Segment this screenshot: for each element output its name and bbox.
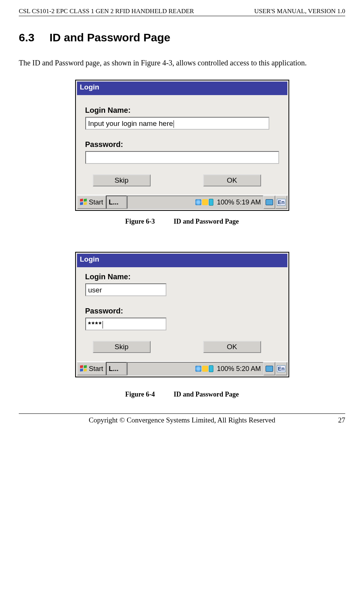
caption-number: Figure 6-4 bbox=[125, 391, 155, 398]
password-input[interactable]: **** bbox=[85, 318, 167, 330]
password-input[interactable] bbox=[85, 151, 279, 164]
password-label: Password: bbox=[85, 307, 279, 315]
lang-indicator: En bbox=[277, 199, 286, 206]
figure-6-4-login-window: Login Login Name: user Password: **** Sk… bbox=[75, 252, 289, 377]
login-name-input[interactable]: Input your login name here bbox=[85, 117, 269, 130]
taskbar: Start L... 100% 5:20 AM En bbox=[77, 361, 287, 375]
tray-status-text: 100% 5:20 AM bbox=[217, 365, 261, 373]
desktop-icon bbox=[266, 366, 273, 372]
window-titlebar: Login bbox=[77, 254, 287, 267]
taskbar-app-button[interactable]: L... bbox=[106, 362, 127, 375]
start-label: Start bbox=[89, 365, 103, 373]
caption-number: Figure 6-3 bbox=[125, 218, 155, 226]
password-label: Password: bbox=[85, 140, 279, 149]
login-name-label: Login Name: bbox=[85, 272, 279, 281]
page-header: CSL CS101-2 EPC CLASS 1 GEN 2 RFID HANDH… bbox=[19, 8, 345, 16]
show-desktop-button[interactable] bbox=[263, 195, 275, 209]
figure-6-4-caption: Figure 6-4ID and Password Page bbox=[19, 391, 345, 398]
start-label: Start bbox=[89, 198, 103, 206]
taskbar-app-button[interactable]: L... bbox=[106, 195, 127, 209]
network-icon[interactable] bbox=[195, 366, 201, 372]
section-title-text: ID and Password Page bbox=[50, 31, 171, 44]
figure-6-3-login-window: Login Login Name: Input your login name … bbox=[75, 80, 289, 211]
caption-text: ID and Password Page bbox=[174, 391, 239, 398]
system-tray: 100% 5:20 AM bbox=[127, 362, 263, 375]
tray-status-text: 100% 5:19 AM bbox=[217, 198, 261, 206]
text-caret-icon bbox=[103, 321, 103, 329]
network-icon[interactable] bbox=[195, 199, 201, 205]
text-caret-icon bbox=[174, 120, 174, 128]
copyright-text: Copyright © Convergence Systems Limited,… bbox=[89, 416, 275, 424]
battery-icon[interactable] bbox=[209, 199, 213, 206]
caption-text: ID and Password Page bbox=[174, 218, 239, 225]
input-lang-button[interactable]: En bbox=[275, 362, 287, 375]
section-number: 6.3 bbox=[19, 31, 35, 44]
skip-button[interactable]: Skip bbox=[93, 174, 151, 186]
input-lang-button[interactable]: En bbox=[275, 195, 287, 209]
figure-6-3-caption: Figure 6-3ID and Password Page bbox=[19, 218, 345, 226]
login-name-label: Login Name: bbox=[85, 106, 279, 115]
page-number: 27 bbox=[338, 416, 345, 424]
page-footer: Copyright © Convergence Systems Limited,… bbox=[19, 413, 345, 424]
battery-icon[interactable] bbox=[209, 365, 213, 372]
windows-logo-icon bbox=[80, 199, 88, 206]
intro-paragraph: The ID and Password page, as shown in Fi… bbox=[19, 55, 345, 70]
taskbar: Start L... 100% 5:19 AM En bbox=[77, 195, 287, 209]
start-button[interactable]: Start bbox=[77, 362, 106, 375]
show-desktop-button[interactable] bbox=[263, 362, 275, 375]
skip-button[interactable]: Skip bbox=[93, 341, 151, 353]
windows-logo-icon bbox=[80, 365, 88, 372]
lang-indicator: En bbox=[277, 365, 286, 372]
ok-button[interactable]: OK bbox=[203, 174, 261, 186]
header-left: CSL CS101-2 EPC CLASS 1 GEN 2 RFID HANDH… bbox=[19, 8, 194, 15]
key-icon[interactable] bbox=[202, 366, 208, 372]
ok-button[interactable]: OK bbox=[203, 341, 261, 353]
login-name-input[interactable]: user bbox=[85, 283, 167, 296]
start-button[interactable]: Start bbox=[77, 195, 106, 209]
window-titlebar: Login bbox=[77, 82, 287, 95]
system-tray: 100% 5:19 AM bbox=[127, 195, 263, 209]
header-right: USER'S MANUAL, VERSION 1.0 bbox=[254, 8, 345, 15]
section-heading: 6.3ID and Password Page bbox=[19, 31, 345, 44]
desktop-icon bbox=[266, 199, 273, 205]
key-icon[interactable] bbox=[202, 199, 208, 205]
